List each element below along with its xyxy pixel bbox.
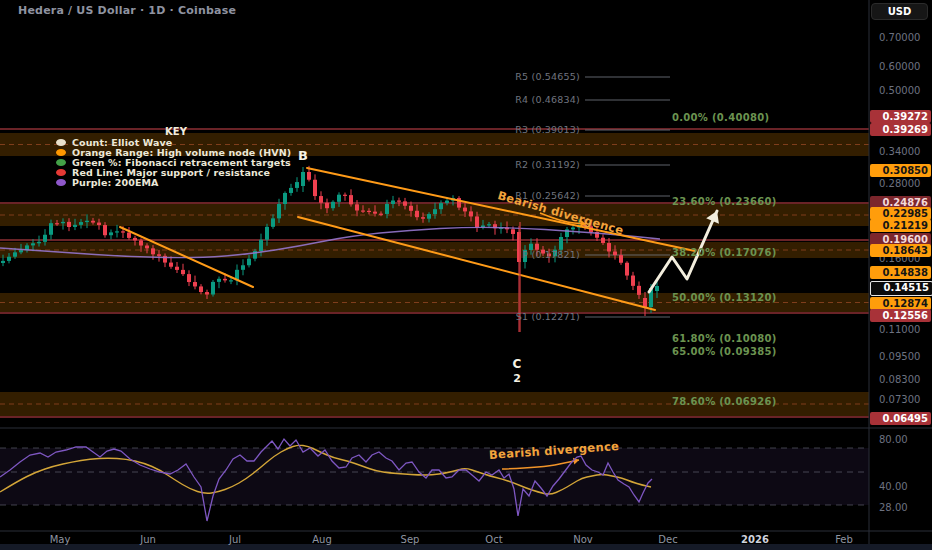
candle-body [1,261,5,263]
candle-body [487,224,491,225]
rsi-axis-tick: 28.00 [879,502,908,513]
candle-body [7,257,11,261]
fib-level-label: 0.00% (0.40080) [672,112,769,123]
candle-body [205,292,209,294]
pivot-label: R5 (0.54655) [300,71,580,82]
time-axis-label: Oct [472,534,516,545]
pivot-label: R3 (0.39013) [300,124,580,135]
candle-body [625,263,629,276]
candle-body [175,267,179,270]
candle-body [427,214,431,219]
candle-body [475,216,479,227]
candle-body [127,233,131,238]
time-axis-label: Aug [300,534,344,545]
price-axis-tick: 0.09500 [879,351,920,362]
currency-toggle-button[interactable]: USD [871,3,928,20]
fib-level-label: 65.00% (0.09385) [672,346,777,357]
candle-body [19,250,23,252]
candle-body [283,193,287,204]
candle-body [403,201,407,205]
candle-body [361,210,365,211]
candle-body [133,238,137,241]
time-axis-label: Sep [388,534,432,545]
candle-body [643,298,647,307]
candle-body [157,254,161,256]
price-axis-tick: 0.28000 [879,178,920,189]
key-legend-title: KEY [50,126,302,137]
pivot-label: P (0.17821) [300,249,580,260]
candle-body [169,263,173,267]
rsi-axis-tick: 80.00 [879,434,908,445]
key-legend-item: Purple: 200EMA [50,177,302,187]
price-axis-tick: 0.34000 [879,146,920,157]
candle-body [139,240,143,245]
candle-body [211,282,215,295]
candle-body [181,270,185,274]
key-color-dot-icon [56,169,66,176]
time-axis-label: May [38,534,82,545]
price-level-label: 0.22985 [870,207,931,220]
price-level-label: 0.39272 [870,110,931,123]
candle-body [619,255,623,263]
key-legend: KEY Count: Elliot WaveOrange Range: High… [50,126,302,187]
elliott-wave-label[interactable]: C [513,357,522,371]
candle-body [199,286,203,292]
candle-body [115,231,119,232]
price-level-label: 0.14838 [870,266,931,279]
candle-body [277,204,281,218]
candle-body [637,286,641,295]
candle-body [49,223,53,235]
candle-body [121,231,125,232]
candle-body [145,246,149,249]
candle-body [43,235,47,242]
rsi-pane [0,439,869,521]
candle-body [37,242,41,243]
time-axis-label: 2026 [733,534,777,545]
candle-body [463,208,467,212]
price-axis-tick: 0.70000 [879,32,920,43]
time-axis-label: Feb [822,534,866,545]
fib-level-label: 50.00% (0.13120) [672,292,777,303]
candle-body [187,274,191,282]
candle-body [85,221,89,222]
candle-body [379,214,383,215]
key-item-label: Purple: 200EMA [72,177,159,188]
candle-body [331,202,335,208]
elliott-wave-label[interactable]: 2 [513,372,521,385]
key-color-dot-icon [56,179,66,186]
candle-body [559,237,563,250]
candle-body [97,223,101,225]
candle-body [55,223,59,224]
candle-body [325,203,329,208]
price-level-label: 0.30850 [870,164,931,177]
fib-level-label: 38.20% (0.17076) [672,247,777,258]
price-level-label: 0.12874 [870,297,931,310]
symbol-title[interactable]: Hedera / US Dollar · 1D · Coinbase [18,4,236,17]
candle-body [79,222,83,225]
price-level-label: 0.06495 [870,412,931,425]
price-level-label: 0.18643 [870,244,931,257]
candle-body [607,243,611,251]
price-axis-tick: 0.07300 [879,394,920,405]
key-legend-items: Count: Elliot WaveOrange Range: High vol… [50,138,302,187]
candle-body [433,209,437,214]
price-level-label: 0.21219 [870,219,931,232]
candle-body [415,211,419,217]
candle-body [571,227,575,229]
time-axis-label: Nov [561,534,605,545]
price-axis-tick: 0.11000 [879,324,920,335]
fib-level-label: 61.80% (0.10080) [672,333,777,344]
candle-body [67,222,71,227]
price-chart-canvas[interactable] [0,0,932,550]
candle-body [247,259,251,266]
candle-body [511,229,515,234]
key-color-dot-icon [56,149,66,156]
candle-body [73,225,77,227]
elliott-wave-label[interactable]: B [298,148,308,163]
key-color-dot-icon [56,139,66,146]
candle-body [229,280,233,281]
time-axis-label: Dec [646,534,690,545]
candle-body [613,251,617,255]
candle-body [421,217,425,219]
price-level-label: 0.12556 [870,309,931,322]
